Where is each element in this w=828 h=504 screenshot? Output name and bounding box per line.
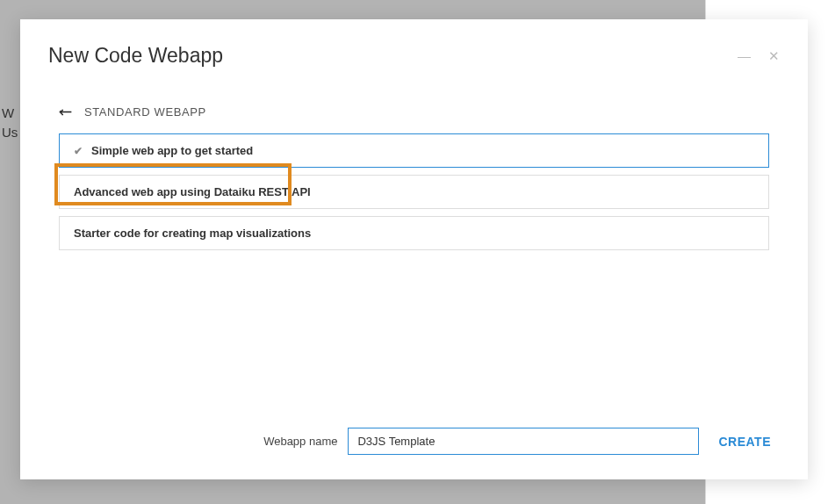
close-icon[interactable]: ✕ <box>768 49 780 62</box>
webapp-name-label: Webapp name <box>263 435 337 448</box>
option-advanced-rest-api[interactable]: Advanced web app using Dataiku REST API <box>59 175 769 209</box>
check-icon: ✔ <box>74 145 83 157</box>
minimize-icon[interactable]: — <box>738 49 751 62</box>
option-label: Advanced web app using Dataiku REST API <box>74 185 311 198</box>
modal-header: New Code Webapp — ✕ <box>20 19 808 78</box>
option-map-visualizations[interactable]: Starter code for creating map visualizat… <box>59 216 769 250</box>
option-simple-webapp[interactable]: ✔ Simple web app to get started <box>59 133 769 168</box>
modal-title: New Code Webapp <box>48 44 223 68</box>
option-label: Simple web app to get started <box>91 144 253 157</box>
create-button[interactable]: CREATE <box>709 429 780 454</box>
webapp-name-input[interactable] <box>348 428 699 455</box>
breadcrumb: 🡐 STANDARD WEBAPP <box>20 78 808 133</box>
background-text: W Us <box>0 104 18 142</box>
new-code-webapp-modal: New Code Webapp — ✕ 🡐 STANDARD WEBAPP ✔ … <box>20 19 808 479</box>
template-options: ✔ Simple web app to get started Advanced… <box>20 133 808 257</box>
modal-footer: Webapp name CREATE <box>20 412 808 479</box>
back-arrow-icon[interactable]: 🡐 <box>59 104 72 119</box>
window-controls: — ✕ <box>738 49 780 62</box>
breadcrumb-label: STANDARD WEBAPP <box>84 105 206 119</box>
option-label: Starter code for creating map visualizat… <box>74 227 311 240</box>
